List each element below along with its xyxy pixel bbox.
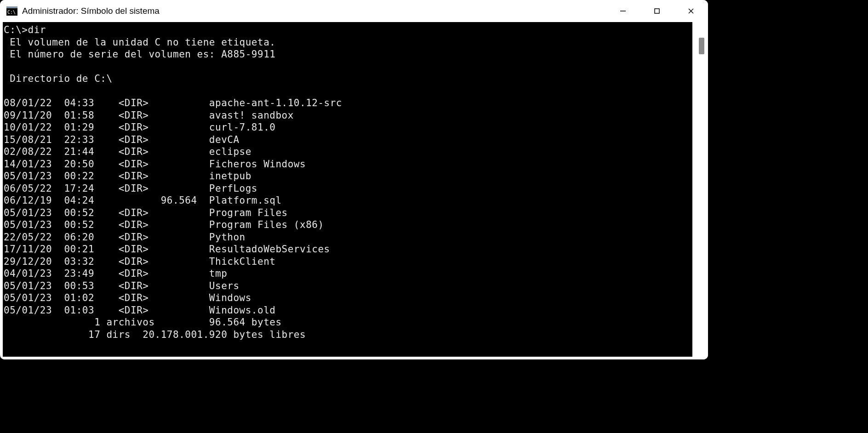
scrollbar-thumb[interactable] bbox=[699, 38, 704, 54]
bottom-border bbox=[0, 357, 708, 359]
maximize-button[interactable] bbox=[640, 0, 674, 22]
right-border bbox=[692, 22, 708, 359]
svg-rect-0 bbox=[6, 6, 17, 8]
titlebar[interactable]: C:\ Administrador: Símbolo del sistema bbox=[0, 0, 708, 22]
svg-rect-4 bbox=[655, 9, 659, 13]
cmd-icon: C:\ bbox=[6, 6, 17, 16]
minimize-button[interactable] bbox=[606, 0, 640, 22]
window-title: Administrador: Símbolo del sistema bbox=[22, 6, 160, 16]
window-controls bbox=[606, 0, 708, 22]
svg-text:C:\: C:\ bbox=[7, 10, 16, 15]
terminal-output: C:\>dir El volumen de la unidad C no tie… bbox=[3, 22, 692, 342]
terminal-area[interactable]: C:\>dir El volumen de la unidad C no tie… bbox=[3, 22, 692, 357]
cmd-window: C:\ Administrador: Símbolo del sistema C… bbox=[0, 0, 708, 359]
close-button[interactable] bbox=[674, 0, 708, 22]
